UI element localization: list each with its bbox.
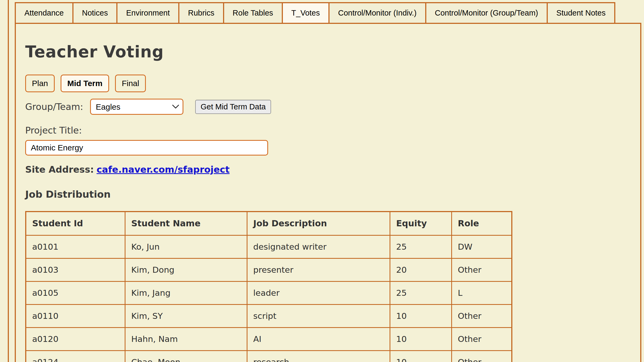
content-panel: Teacher Voting PlanMid TermFinal Group/T… <box>15 23 641 362</box>
tab-t-votes[interactable]: T_Votes <box>282 2 330 24</box>
table-cell: a0105 <box>26 281 125 304</box>
table-cell: Hahn, Nam <box>125 327 247 350</box>
table-cell: Ko, Jun <box>125 235 247 258</box>
project-title-label: Project Title: <box>25 125 640 136</box>
tab-bar: AttendanceNoticesEnvironmentRubricsRole … <box>15 2 615 24</box>
table-cell: 10 <box>390 327 451 350</box>
tab-rubrics[interactable]: Rubrics <box>178 2 224 24</box>
final-button[interactable]: Final <box>115 75 146 92</box>
group-team-select[interactable]: Eagles <box>90 99 183 115</box>
group-team-row: Group/Team: Eagles Get Mid Term Data <box>25 99 640 115</box>
table-header-row: Student IdStudent NameJob DescriptionEqu… <box>26 212 512 235</box>
table-cell: a0110 <box>26 304 125 327</box>
table-cell: 25 <box>390 235 451 258</box>
table-row: a0103Kim, Dongpresenter20Other <box>26 258 512 281</box>
table-cell: a0101 <box>26 235 125 258</box>
column-header-equity: Equity <box>390 212 451 235</box>
get-mid-term-data-button[interactable]: Get Mid Term Data <box>195 100 271 114</box>
site-address-row: Site Address:cafe.naver.com/sfaproject <box>25 164 640 175</box>
table-cell: Other <box>451 350 512 362</box>
tab-environment[interactable]: Environment <box>116 2 179 24</box>
table-cell: Other <box>451 304 512 327</box>
table-cell: leader <box>247 281 390 304</box>
mid-term-button[interactable]: Mid Term <box>61 75 109 92</box>
table-row: a0120Hahn, NamAI10Other <box>26 327 512 350</box>
table-cell: a0124 <box>26 350 125 362</box>
table-row: a0124Chae, Moonresearch10Other <box>26 350 512 362</box>
phase-button-group: PlanMid TermFinal <box>25 75 640 92</box>
table-cell: DW <box>451 235 512 258</box>
table-cell: script <box>247 304 390 327</box>
table-cell: research <box>247 350 390 362</box>
plan-button[interactable]: Plan <box>25 75 55 92</box>
column-header-job-description: Job Description <box>247 212 390 235</box>
table-cell: L <box>451 281 512 304</box>
table-cell: a0120 <box>26 327 125 350</box>
table-cell: 25 <box>390 281 451 304</box>
tab-control-monitor-group-team[interactable]: Control/Monitor (Group/Team) <box>425 2 548 24</box>
table-cell: 20 <box>390 258 451 281</box>
frame-divider <box>8 0 9 362</box>
column-header-student-name: Student Name <box>125 212 247 235</box>
job-distribution-heading: Job Distribution <box>25 189 640 200</box>
site-address-label: Site Address: <box>25 164 94 175</box>
table-row: a0110Kim, SYscript10Other <box>26 304 512 327</box>
site-address-link[interactable]: cafe.naver.com/sfaproject <box>97 164 230 175</box>
table-cell: AI <box>247 327 390 350</box>
group-team-select-wrap: Eagles <box>90 99 183 115</box>
table-cell: Kim, Dong <box>125 258 247 281</box>
table-cell: Chae, Moon <box>125 350 247 362</box>
job-distribution-table: Student IdStudent NameJob DescriptionEqu… <box>25 211 512 362</box>
tab-role-tables[interactable]: Role Tables <box>223 2 283 24</box>
table-row: a0105Kim, Jangleader25L <box>26 281 512 304</box>
tab-student-notes[interactable]: Student Notes <box>547 2 615 24</box>
page-title: Teacher Voting <box>25 43 640 61</box>
table-cell: Kim, SY <box>125 304 247 327</box>
table-cell: designated writer <box>247 235 390 258</box>
tab-attendance[interactable]: Attendance <box>15 2 73 24</box>
table-cell: a0103 <box>26 258 125 281</box>
column-header-student-id: Student Id <box>26 212 125 235</box>
table-cell: presenter <box>247 258 390 281</box>
table-cell: 10 <box>390 350 451 362</box>
group-team-label: Group/Team: <box>25 101 83 112</box>
table-row: a0101Ko, Jundesignated writer25DW <box>26 235 512 258</box>
tab-notices[interactable]: Notices <box>72 2 118 24</box>
column-header-role: Role <box>451 212 512 235</box>
table-cell: Other <box>451 327 512 350</box>
project-title-input[interactable] <box>25 140 268 156</box>
table-cell: 10 <box>390 304 451 327</box>
table-cell: Other <box>451 258 512 281</box>
tab-control-monitor-indiv[interactable]: Control/Monitor (Indiv.) <box>328 2 426 24</box>
table-cell: Kim, Jang <box>125 281 247 304</box>
